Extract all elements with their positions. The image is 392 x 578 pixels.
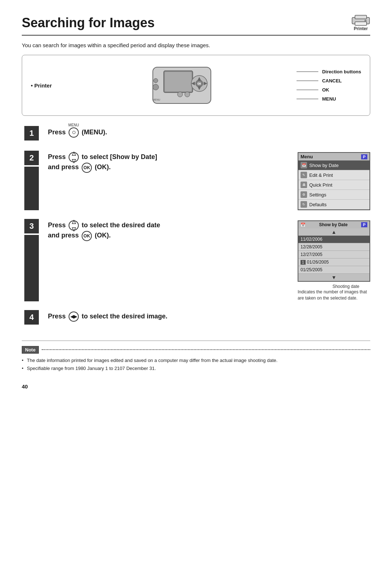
step-3-num-col: 3 bbox=[22, 219, 41, 301]
step-1-menu-text: (MENU). bbox=[82, 129, 107, 136]
date-row-3: 1 01/26/2005 bbox=[298, 259, 369, 266]
date-row-1: 12/28/2005 bbox=[298, 243, 369, 251]
step-4-text: Press ◀▶ to select the desired image. bbox=[48, 313, 167, 320]
step-4-press: Press bbox=[48, 313, 66, 320]
step-2-text2: and press OK (OK). bbox=[48, 162, 290, 172]
steps-area: 1 Press MENU ◯ (MENU). 2 bbox=[22, 126, 370, 326]
ok-text: OK bbox=[322, 87, 329, 93]
step-1-press: Press bbox=[48, 129, 66, 136]
menu-item-show-by-date: 📅 Show by Date bbox=[298, 160, 369, 170]
menu-item-label-2: Quick Print bbox=[309, 182, 332, 188]
menu-icon-defaults: ↻ bbox=[301, 201, 307, 208]
menu-icon-settings: ⚙ bbox=[301, 191, 307, 198]
step-2-text-block: Press △▽ to select [Show by Date] and pr… bbox=[48, 152, 290, 173]
step-2-text: Press △▽ to select [Show by Date] bbox=[48, 152, 290, 162]
step-2-number: 2 bbox=[29, 153, 34, 163]
dir-up-down-icon-3: △▽ bbox=[69, 220, 79, 231]
step-3-ok-label: (OK). bbox=[95, 232, 111, 239]
lr-button-icon: ◀▶ bbox=[69, 312, 79, 322]
svg-text:MENU: MENU bbox=[153, 98, 160, 101]
menu-screenshot: Menu P 📅 Show by Date ✎ Edit & Print 🖶 Q… bbox=[298, 152, 370, 210]
step-3-select-text: to select the desired date bbox=[82, 221, 160, 229]
menu-icon-calendar: 📅 bbox=[301, 162, 307, 168]
step-2-press: Press bbox=[48, 153, 66, 160]
ok-button-icon-2: OK bbox=[82, 163, 92, 173]
date-2: 12/27/2005 bbox=[301, 252, 322, 257]
camera-svg: OK MENU bbox=[146, 62, 218, 109]
date-header-text: Show by Date bbox=[319, 222, 348, 227]
note-text: The date information printed for images … bbox=[22, 357, 370, 373]
printer-icon-top: Printer bbox=[351, 15, 370, 31]
printer-label: Printer bbox=[354, 26, 368, 31]
step-4-row: 4 Press ◀▶ to select the desired image. bbox=[22, 310, 370, 326]
step-2-select-text: to select [Show by Date] bbox=[82, 153, 157, 160]
step-3-text-block: Press △▽ to select the desired date and … bbox=[48, 220, 290, 241]
dir-up-down-icon-2: △▽ bbox=[69, 152, 79, 162]
cancel-label: CANCEL bbox=[297, 78, 361, 84]
step-2-row: 2 Press △▽ to select [Show by Date] and … bbox=[22, 151, 370, 210]
svg-point-17 bbox=[185, 92, 190, 97]
note-section: Note The date information printed for im… bbox=[22, 341, 370, 373]
step-2-bar bbox=[24, 167, 39, 210]
intro-text: You can search for images within a speci… bbox=[22, 42, 370, 48]
step-3-content: Press △▽ to select the desired date and … bbox=[41, 219, 370, 301]
date-screenshot-header: 📅 Show by Date P bbox=[298, 221, 369, 228]
date-3: 01/26/2005 bbox=[307, 260, 329, 265]
menu-item-quick-print: 🖶 Quick Print bbox=[298, 180, 369, 190]
step-3-bar bbox=[24, 235, 39, 301]
printer-icon-svg bbox=[351, 15, 370, 26]
step-2-ok-label: (OK). bbox=[95, 163, 111, 171]
step-3-box: 3 bbox=[24, 219, 39, 233]
step-3-number: 3 bbox=[29, 221, 34, 231]
menu-item-label-1: Edit & Print bbox=[309, 172, 333, 178]
svg-point-18 bbox=[177, 92, 183, 97]
indicates-text: Indicates the number of images that are … bbox=[298, 289, 370, 301]
menu-icon-print: 🖶 bbox=[301, 182, 307, 188]
step-1-row: 1 Press MENU ◯ (MENU). bbox=[22, 126, 370, 142]
camera-illustration: OK MENU bbox=[74, 62, 289, 109]
date-4: 01/25/2005 bbox=[301, 267, 322, 272]
step-3-row: 3 Press △▽ to select the desired date an… bbox=[22, 219, 370, 301]
menu-text: MENU bbox=[322, 96, 336, 102]
step-4-num-col: 4 bbox=[22, 310, 41, 326]
note-header-row: Note bbox=[22, 346, 370, 354]
cancel-text: CANCEL bbox=[322, 78, 342, 84]
ok-button-icon-3: OK bbox=[82, 231, 92, 241]
note-dots bbox=[42, 349, 370, 350]
menu-screenshot-header: Menu P bbox=[298, 153, 369, 160]
svg-rect-2 bbox=[355, 22, 367, 25]
p-badge: P bbox=[361, 154, 367, 159]
step-1-number: 1 bbox=[29, 129, 34, 138]
note-item-1: Specifiable range from 1980 January 1 to… bbox=[22, 365, 370, 373]
device-label-area: • Printer bbox=[31, 82, 67, 89]
menu-item-defaults: ↻ Defaults bbox=[298, 200, 369, 209]
svg-text:OK: OK bbox=[197, 82, 201, 85]
menu-label: MENU bbox=[297, 96, 361, 102]
menu-item-label-0: Show by Date bbox=[309, 163, 339, 168]
date-row-0: 11/02/2006 bbox=[298, 236, 369, 243]
title-text: Searching for Images bbox=[22, 15, 155, 30]
step-3-text2: and press OK (OK). bbox=[48, 231, 290, 241]
direction-buttons-label: Direction buttons bbox=[297, 69, 361, 74]
step-1-num-col: 1 bbox=[22, 126, 41, 142]
step-4-number: 4 bbox=[29, 313, 34, 322]
step-2-num-col: 2 bbox=[22, 151, 41, 210]
step-1-content: Press MENU ◯ (MENU). bbox=[41, 126, 370, 138]
svg-point-15 bbox=[153, 84, 159, 90]
step-1-text: Press MENU ◯ (MENU). bbox=[48, 129, 107, 136]
svg-rect-6 bbox=[165, 72, 192, 91]
svg-point-16 bbox=[154, 78, 158, 83]
printer-bullet-label: • Printer bbox=[31, 82, 52, 89]
ok-label: OK bbox=[297, 87, 361, 93]
step-2-box: 2 bbox=[24, 151, 39, 165]
menu-icon-edit: ✎ bbox=[301, 172, 307, 178]
step-3-text: Press △▽ to select the desired date bbox=[48, 220, 290, 231]
menu-item-settings: ⚙ Settings bbox=[298, 190, 369, 200]
page-title: Searching for Images Printer bbox=[22, 15, 370, 36]
menu-button-icon: MENU ◯ bbox=[69, 127, 79, 138]
num-badge: 1 bbox=[301, 260, 306, 265]
menu-label-above: MENU bbox=[68, 122, 79, 128]
menu-item-edit-print: ✎ Edit & Print bbox=[298, 170, 369, 180]
note-badge: Note bbox=[22, 346, 39, 354]
shooting-date-label: Shooting date bbox=[298, 284, 370, 289]
